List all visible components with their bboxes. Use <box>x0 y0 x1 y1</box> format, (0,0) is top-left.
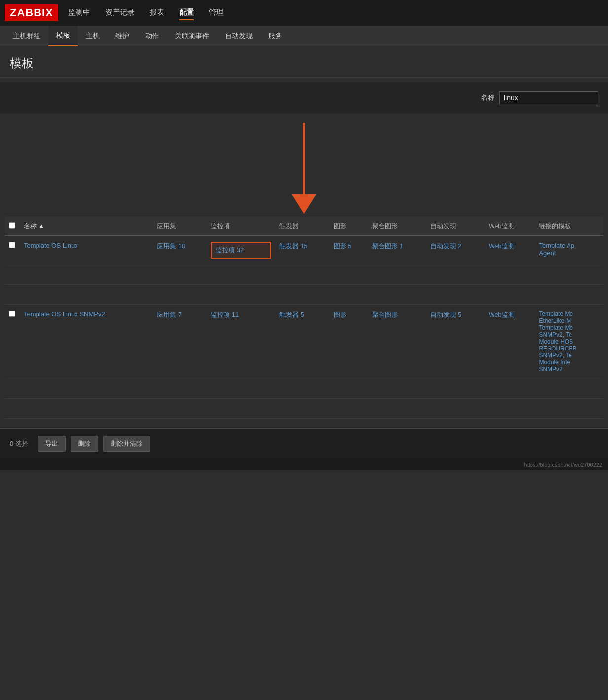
spacer-cell-3 <box>5 379 603 399</box>
page-title-bar: 模板 <box>0 46 608 78</box>
header-trigger: 触发器 <box>275 217 329 236</box>
header-web-monitor: Web监测 <box>485 217 535 236</box>
watermark: https://blog.csdn.net/wu2700222 <box>0 459 608 470</box>
nav-item-assets[interactable]: 资产记录 <box>105 6 135 20</box>
spacer-row-1 <box>5 265 603 285</box>
row1-checkbox[interactable] <box>9 242 15 248</box>
nav-item-monitor[interactable]: 监测中 <box>68 6 90 20</box>
table-row: Template OS Linux SNMPv2 应用集 7 监控项 11 触发… <box>5 305 603 379</box>
svg-marker-1 <box>292 194 316 214</box>
row2-agg-graph: 聚合图形 <box>368 305 426 379</box>
row1-auto-discover-link[interactable]: 自动发现 2 <box>430 242 461 250</box>
row1-graph-link[interactable]: 图形 5 <box>334 242 352 250</box>
subnav-maintenance[interactable]: 维护 <box>108 26 137 46</box>
sub-navigation: 主机群组 模板 主机 维护 动作 关联项事件 自动发现 服务 <box>0 26 608 46</box>
templates-table: 名称 ▲ 应用集 监控项 触发器 图形 聚合图形 自动发现 Web监测 链接的模… <box>5 217 603 419</box>
subnav-host-groups[interactable]: 主机群组 <box>5 26 48 46</box>
row1-trigger-link[interactable]: 触发器 15 <box>279 242 307 250</box>
row2-web-monitor-link[interactable]: Web监测 <box>489 311 515 318</box>
row1-checkbox-cell <box>5 236 20 265</box>
row1-trigger: 触发器 15 <box>275 236 329 265</box>
row1-graph: 图形 5 <box>330 236 369 265</box>
row2-trigger-link[interactable]: 触发器 5 <box>279 311 304 318</box>
subnav-templates[interactable]: 模板 <box>48 26 78 46</box>
top-navigation: ZABBIX 监测中 资产记录 报表 配置 管理 <box>0 0 608 26</box>
spacer-row-3 <box>5 379 603 399</box>
subnav-autodiscovery[interactable]: 自动发现 <box>217 26 261 46</box>
header-graph: 图形 <box>330 217 369 236</box>
row2-graph: 图形 <box>330 305 369 379</box>
bottom-action-bar: 0 选择 导出 删除 删除并清除 <box>0 428 608 459</box>
row1-web-monitor: Web监测 <box>485 236 535 265</box>
filter-label: 名称 <box>481 93 494 102</box>
spacer-row-4 <box>5 399 603 419</box>
row2-auto-discover-link[interactable]: 自动发现 5 <box>430 311 461 318</box>
row2-appset-link[interactable]: 应用集 7 <box>157 311 182 318</box>
table-header-row: 名称 ▲ 应用集 监控项 触发器 图形 聚合图形 自动发现 Web监测 链接的模… <box>5 217 603 236</box>
row1-name-link[interactable]: Template OS Linux <box>24 242 78 249</box>
row1-auto-discover: 自动发现 2 <box>426 236 485 265</box>
row2-name: Template OS Linux SNMPv2 <box>20 305 153 379</box>
subnav-hosts[interactable]: 主机 <box>78 26 108 46</box>
row2-auto-discover: 自动发现 5 <box>426 305 485 379</box>
nav-item-admin[interactable]: 管理 <box>209 6 224 20</box>
subnav-services[interactable]: 服务 <box>261 26 290 46</box>
row2-name-link[interactable]: Template OS Linux SNMPv2 <box>24 311 105 318</box>
subnav-correlation[interactable]: 关联项事件 <box>167 26 217 46</box>
nav-item-config[interactable]: 配置 <box>179 6 194 20</box>
row2-appset: 应用集 7 <box>153 305 207 379</box>
delete-button[interactable]: 删除 <box>71 436 98 452</box>
nav-item-reports[interactable]: 报表 <box>150 6 164 20</box>
table-row: Template OS Linux 应用集 10 监控项 32 触发器 15 图… <box>5 236 603 265</box>
header-linked-templates: 链接的模板 <box>535 217 603 236</box>
row2-graph-link[interactable]: 图形 <box>334 311 346 318</box>
export-button[interactable]: 导出 <box>38 436 66 452</box>
spacer-cell-1 <box>5 265 603 285</box>
row1-monitor-item: 监控项 32 <box>207 236 275 265</box>
logo: ZABBIX <box>5 4 58 21</box>
header-name[interactable]: 名称 ▲ <box>20 217 153 236</box>
row2-agg-graph-link[interactable]: 聚合图形 <box>372 311 398 318</box>
row1-monitor-item-link[interactable]: 监控项 32 <box>216 246 244 254</box>
row1-monitor-item-highlighted: 监控项 32 <box>211 242 271 259</box>
selection-count: 0 选择 <box>10 439 28 448</box>
header-monitor-item: 监控项 <box>207 217 275 236</box>
top-nav-items: 监测中 资产记录 报表 配置 管理 <box>68 6 224 20</box>
header-agg-graph: 聚合图形 <box>368 217 426 236</box>
select-all-checkbox[interactable] <box>9 222 15 229</box>
filter-name-input[interactable] <box>499 91 598 104</box>
header-autodiscover: 自动发现 <box>426 217 485 236</box>
header-checkbox-cell <box>5 217 20 236</box>
row1-agg-graph-link[interactable]: 聚合图形 1 <box>372 242 403 250</box>
row2-linked-templates: Template Me EtherLike-M Template Me SNMP… <box>535 305 603 379</box>
table-section: 名称 ▲ 应用集 监控项 触发器 图形 聚合图形 自动发现 Web监测 链接的模… <box>0 118 608 419</box>
spacer-cell-2 <box>5 285 603 305</box>
filter-section: 名称 <box>0 82 608 113</box>
spacer-row-2 <box>5 285 603 305</box>
row2-trigger: 触发器 5 <box>275 305 329 379</box>
page-title: 模板 <box>10 55 598 71</box>
row2-checkbox[interactable] <box>9 311 15 317</box>
row1-web-monitor-link[interactable]: Web监测 <box>489 242 515 250</box>
header-appset: 应用集 <box>153 217 207 236</box>
row2-checkbox-cell <box>5 305 20 379</box>
spacer-cell-4 <box>5 399 603 419</box>
row1-appset-link[interactable]: 应用集 10 <box>157 242 185 250</box>
row1-linked-templates: Template Ap Agent <box>535 236 603 265</box>
row2-web-monitor: Web监测 <box>485 305 535 379</box>
subnav-actions[interactable]: 动作 <box>137 26 167 46</box>
row2-monitor-item: 监控项 11 <box>207 305 275 379</box>
delete-clear-button[interactable]: 删除并清除 <box>103 436 150 452</box>
row1-agg-graph: 聚合图形 1 <box>368 236 426 265</box>
annotation-arrow <box>274 118 334 217</box>
row1-name: Template OS Linux <box>20 236 153 265</box>
row1-appset: 应用集 10 <box>153 236 207 265</box>
row2-monitor-item-link[interactable]: 监控项 11 <box>211 311 239 318</box>
